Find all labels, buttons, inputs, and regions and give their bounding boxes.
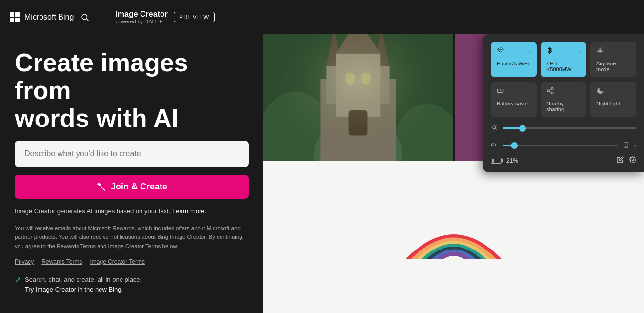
volume-right-icon — [623, 142, 629, 149]
qs-tile-wifi-header: › — [497, 47, 531, 57]
svg-line-44 — [492, 129, 492, 130]
preview-badge: PREVIEW — [174, 12, 215, 22]
battery-percent: 21% — [506, 157, 518, 164]
svg-line-41 — [496, 129, 497, 130]
edit-button[interactable] — [617, 156, 624, 165]
svg-rect-29 — [400, 259, 507, 269]
volume-slider-row: › — [491, 139, 636, 151]
qs-tile-battery-header — [497, 87, 531, 97]
battery-tip — [502, 159, 503, 162]
promo-icon: ↗ — [15, 275, 21, 284]
bluetooth-icon — [546, 47, 553, 57]
volume-icon — [491, 141, 498, 149]
qs-tile-bluetooth[interactable]: › ZEB-K5000MW — [541, 42, 586, 77]
main-content: Create images from words with AI Join & … — [0, 34, 644, 313]
qs-battery-saver-label: Battery saver — [497, 101, 531, 106]
battery-icon — [491, 158, 503, 164]
qs-row-1: › Emvric's WiFi › ZEB-K5000MW — [491, 42, 636, 77]
svg-point-34 — [551, 92, 553, 94]
battery-info: 21% — [491, 157, 518, 164]
qs-tile-airplane[interactable]: Airplane mode — [590, 42, 636, 77]
qs-airplane-label: Airplane mode — [596, 61, 630, 72]
new-bing-link[interactable]: Try Image Creator in the new Bing. — [25, 286, 123, 293]
windows-icon — [10, 12, 20, 22]
qs-action-buttons — [617, 156, 636, 165]
brightness-slider-row — [491, 122, 636, 134]
qs-tile-airplane-header — [596, 47, 630, 57]
qs-night-light-label: Night light — [596, 101, 630, 106]
image-creator-title: Image Creator — [115, 10, 168, 19]
svg-marker-46 — [491, 143, 494, 146]
qs-tile-wifi[interactable]: › Emvric's WiFi — [491, 42, 537, 77]
qs-tile-nearby-sharing[interactable]: Nearby sharing — [541, 82, 586, 117]
powered-by-text: powered by DALL·E — [115, 19, 168, 24]
qs-tile-night-light[interactable]: Night light — [590, 82, 636, 117]
svg-line-40 — [492, 125, 492, 125]
left-panel: Create images from words with AI Join & … — [0, 34, 263, 313]
rainbow-svg — [400, 206, 507, 269]
brightness-icon — [491, 124, 498, 132]
heading-line1: Create images from — [15, 48, 188, 104]
svg-rect-17 — [263, 34, 453, 161]
join-create-label: Join & Create — [111, 182, 167, 192]
privacy-link[interactable]: Privacy — [15, 258, 34, 265]
heading-line2: words with AI — [15, 104, 179, 132]
learn-more-link[interactable]: Learn more. — [172, 208, 206, 215]
header-divider — [107, 10, 107, 24]
header: Microsoft Bing Image Creator powered by … — [0, 0, 644, 34]
prompt-input[interactable] — [15, 141, 249, 167]
svg-point-37 — [493, 126, 496, 129]
promo-text: Search, chat, and create, all in one pla… — [25, 275, 141, 294]
wand-icon — [96, 182, 106, 191]
volume-thumb — [511, 142, 518, 149]
svg-point-48 — [625, 146, 626, 147]
rainbow-area — [263, 161, 644, 313]
qs-bottom-row: 21% — [491, 156, 636, 165]
image-creator-branding: Image Creator powered by DALL·E — [115, 10, 168, 24]
wifi-icon — [497, 47, 504, 57]
qs-tile-bluetooth-header: › — [546, 47, 581, 57]
settings-button[interactable] — [629, 156, 636, 165]
nearby-sharing-icon — [546, 87, 554, 97]
bluetooth-chevron-icon: › — [579, 49, 581, 55]
qs-tile-battery-saver[interactable]: Battery saver — [491, 82, 537, 117]
search-button[interactable] — [80, 13, 89, 21]
wifi-chevron-icon: › — [529, 49, 531, 55]
night-light-icon — [596, 87, 604, 97]
disclaimer-text: You will receive emails about Microsoft … — [15, 224, 249, 250]
svg-line-2 — [101, 187, 105, 190]
qs-tile-night-light-header — [596, 87, 630, 97]
svg-point-49 — [632, 159, 634, 161]
rewards-terms-link[interactable]: Rewards Terms — [41, 258, 82, 265]
qs-wifi-label: Emvric's WiFi — [497, 61, 531, 66]
svg-point-32 — [551, 87, 553, 89]
brightness-thumb — [519, 125, 526, 132]
promo-section: ↗ Search, chat, and create, all in one p… — [15, 275, 249, 294]
svg-line-1 — [87, 19, 89, 21]
qs-bluetooth-label: ZEB-K5000MW — [546, 61, 581, 72]
svg-line-35 — [549, 91, 552, 93]
svg-point-33 — [547, 90, 549, 92]
battery-saver-icon — [497, 87, 504, 97]
quick-settings-panel: › Emvric's WiFi › ZEB-K5000MW — [483, 34, 644, 172]
image-creator-terms-link[interactable]: Image Creator Terms — [90, 258, 144, 265]
main-heading: Create images from words with AI — [15, 49, 249, 133]
join-create-button[interactable]: Join & Create — [15, 175, 249, 199]
airplane-icon — [596, 47, 604, 57]
svg-line-36 — [549, 89, 552, 90]
svg-line-45 — [496, 125, 497, 125]
logo-section: Microsoft Bing — [10, 12, 89, 22]
qs-tile-nearby-sharing-header — [546, 87, 581, 97]
volume-slider[interactable] — [503, 145, 618, 146]
right-panel: › Emvric's WiFi › ZEB-K5000MW — [263, 34, 644, 313]
qs-row-2: Battery saver Nearby sharing — [491, 82, 636, 117]
castle-image — [263, 34, 453, 161]
qs-nearby-sharing-label: Nearby sharing — [546, 101, 581, 112]
description-text: Image Creator generates AI images based … — [15, 207, 249, 216]
brightness-slider[interactable] — [503, 127, 636, 129]
links-row: Privacy Rewards Terms Image Creator Term… — [15, 258, 249, 265]
volume-chevron: › — [634, 142, 636, 149]
battery-fill — [492, 159, 494, 163]
rainbow-image — [263, 161, 644, 313]
svg-point-0 — [82, 14, 87, 20]
